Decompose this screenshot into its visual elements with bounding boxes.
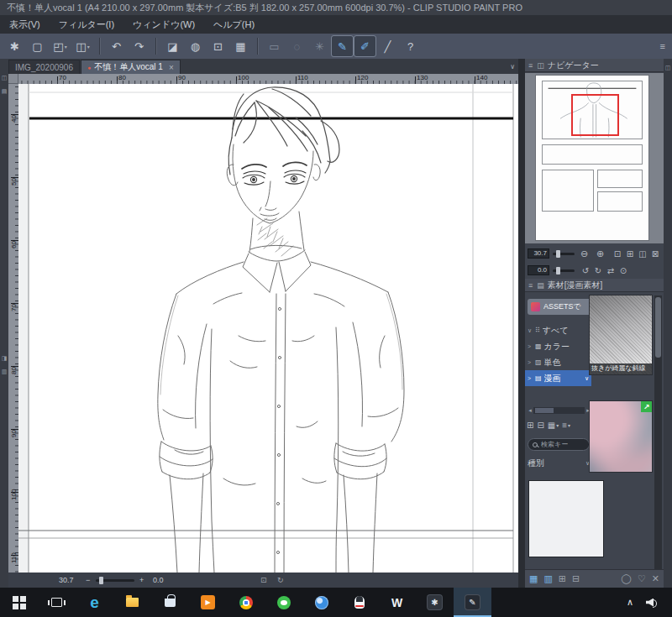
delete-folder-button[interactable]: ⊟ <box>537 421 543 430</box>
grid-view-button[interactable]: ▦ <box>529 573 538 584</box>
edge-taskbar-button[interactable]: e <box>76 588 113 617</box>
delete-material-button[interactable]: ✕ <box>652 573 659 584</box>
sort-order-button[interactable]: ≡▾ <box>562 421 570 430</box>
menu-item-3[interactable]: ヘルプ(H) <box>204 15 264 34</box>
word-w-taskbar-button[interactable]: W <box>378 588 416 617</box>
fit-screen-icon[interactable]: ⊡ <box>260 573 267 588</box>
clip-studio-paint-taskbar-button[interactable]: ✎ <box>454 588 491 617</box>
crop-frame-button[interactable]: ▦ <box>230 36 251 56</box>
collapsed-palette-icon[interactable]: ▥ <box>1 368 8 376</box>
expander-icon[interactable]: ∨ <box>528 327 535 334</box>
fit-width-button[interactable]: ◫ <box>637 248 648 260</box>
assets-search-button[interactable]: ASSETSで <box>528 299 591 315</box>
new-folder-button[interactable]: ⊞ <box>527 421 533 430</box>
tree-item-label: 漫画 <box>544 373 561 384</box>
help-button[interactable]: ? <box>400 36 421 56</box>
scrollbar-track[interactable] <box>533 407 585 414</box>
tab-active-document[interactable]: ● 不慎！单人vocal 1 × <box>81 60 181 74</box>
blend-button[interactable]: ◍ <box>185 36 206 56</box>
fit-to-window-button[interactable]: ⊡ <box>612 248 623 260</box>
browser-globe-taskbar-button[interactable] <box>302 588 340 617</box>
dropdown-caret-icon[interactable]: ∨ <box>585 375 589 382</box>
open-document-button[interactable]: ◰▾ <box>50 36 71 56</box>
scrollbar-thumb[interactable] <box>655 297 661 358</box>
material-list-scrollbar[interactable] <box>654 295 662 569</box>
tray-expand-icon[interactable]: ∧ <box>627 597 633 608</box>
zoom-100-button[interactable]: ⊞ <box>624 248 636 260</box>
collapsed-palette-icon[interactable]: ▤ <box>1 87 8 96</box>
eraser-button[interactable]: ◪ <box>162 36 183 56</box>
zoom-out-button[interactable]: ⊖ <box>578 248 591 260</box>
select-lasso-button: ◌ <box>286 36 307 56</box>
scroll-left-icon[interactable]: ◂ <box>527 407 533 414</box>
menu-item-2[interactable]: ウィンドウ(W) <box>123 15 204 34</box>
material-thumbnail-blurred[interactable]: ↗ <box>590 401 652 472</box>
material-thumbnail-diagonal-tone[interactable]: 抜きが綺麗な斜線 <box>590 295 652 374</box>
file-explorer-taskbar-button[interactable] <box>113 588 151 617</box>
zoom-in-button[interactable]: + <box>139 573 144 588</box>
collapsed-palette-icon[interactable]: ◫ <box>664 64 671 72</box>
undo-button[interactable]: ↶ <box>106 36 127 56</box>
tree-horizontal-scrollbar[interactable]: ◂ ▸ <box>527 406 591 415</box>
flip-horizontal-button[interactable]: ⇄ <box>605 264 617 277</box>
start-taskbar-button[interactable] <box>0 588 38 617</box>
zoom-in-button[interactable]: ⊕ <box>594 248 606 260</box>
snap-button[interactable]: ⊡ <box>207 36 228 56</box>
collapsed-palette-icon[interactable]: ◨ <box>1 354 8 363</box>
scrollbar-thumb[interactable] <box>535 408 554 413</box>
material-tree-item[interactable]: >▩カラー <box>525 338 591 354</box>
navigator-viewport-rectangle[interactable] <box>571 94 619 136</box>
remove-folder-button[interactable]: ⊟ <box>572 573 580 584</box>
command-bar-menu-icon[interactable]: ≡ <box>660 41 665 51</box>
save-document-button[interactable]: ◫▾ <box>72 36 93 56</box>
navigator-zoom-slider[interactable] <box>553 253 575 255</box>
expander-icon[interactable]: > <box>528 375 535 381</box>
add-folder-button[interactable]: ⊞ <box>559 573 566 584</box>
redo-button[interactable]: ↷ <box>129 36 150 56</box>
chrome-taskbar-button[interactable] <box>227 588 265 617</box>
zoom-slider[interactable] <box>96 573 134 588</box>
tab-img-20200906[interactable]: IMG_20200906 <box>8 60 80 74</box>
panel-splitter[interactable] <box>518 59 525 588</box>
chat-app-taskbar-button[interactable] <box>265 588 302 617</box>
panel-menu-icon[interactable]: ≡ <box>528 281 533 290</box>
expander-icon[interactable]: > <box>528 359 535 365</box>
clip-studio-taskbar-button[interactable]: ✱ <box>416 588 454 617</box>
qq-taskbar-button[interactable] <box>340 588 378 617</box>
document-canvas[interactable] <box>18 84 518 573</box>
pen-tool-button[interactable]: ✎ <box>332 36 353 56</box>
rotate-right-button[interactable]: ↻ <box>592 264 604 277</box>
clip-studio-logo-button[interactable]: ✱ <box>4 36 25 56</box>
reset-rotation-button[interactable]: ⊙ <box>617 264 629 277</box>
media-player-taskbar-button[interactable]: ▶ <box>189 588 227 617</box>
expander-icon[interactable]: > <box>528 343 535 349</box>
favorite-button[interactable]: ♡ <box>638 573 646 584</box>
material-tree-item[interactable]: >▤漫画∨ <box>525 370 591 386</box>
new-document-button[interactable]: ▢ <box>27 36 48 56</box>
panel-menu-icon[interactable]: ≡ <box>528 61 533 70</box>
store-taskbar-button[interactable] <box>151 588 189 617</box>
navigator-rotation-slider[interactable] <box>553 269 575 272</box>
fit-height-button[interactable]: ⊠ <box>649 248 661 260</box>
task-view-taskbar-button[interactable] <box>38 588 76 617</box>
rotate-reset-icon[interactable]: ↻ <box>277 573 284 588</box>
tab-close-button[interactable]: × <box>169 63 174 72</box>
line-tool-button[interactable]: ╱ <box>377 36 398 56</box>
ruler-label: 100 <box>238 74 249 81</box>
volume-icon[interactable] <box>646 598 659 608</box>
curve-tool-button[interactable]: ✐ <box>354 36 375 56</box>
menu-item-0[interactable]: 表示(V) <box>0 15 50 34</box>
material-tree-item[interactable]: >▨単色 <box>525 354 591 370</box>
material-tree-item[interactable]: ∨⠿すべて <box>525 322 591 338</box>
material-type-filter[interactable]: 種別 ∨ <box>528 457 590 470</box>
rotate-left-button[interactable]: ↺ <box>580 264 591 277</box>
material-search-field[interactable]: 検索キー <box>528 438 590 451</box>
collapsed-palette-icon[interactable]: ◫ <box>1 74 8 82</box>
tab-list-button[interactable]: ∨ <box>510 63 515 71</box>
material-info-button[interactable]: ◯ <box>622 573 632 584</box>
navigator-preview[interactable] <box>525 73 664 243</box>
zoom-out-button[interactable]: − <box>86 573 90 588</box>
menu-item-1[interactable]: フィルター(I) <box>50 15 123 34</box>
list-view-button[interactable]: ▥ <box>543 573 552 584</box>
view-mode-button[interactable]: ▦▾ <box>548 421 559 430</box>
